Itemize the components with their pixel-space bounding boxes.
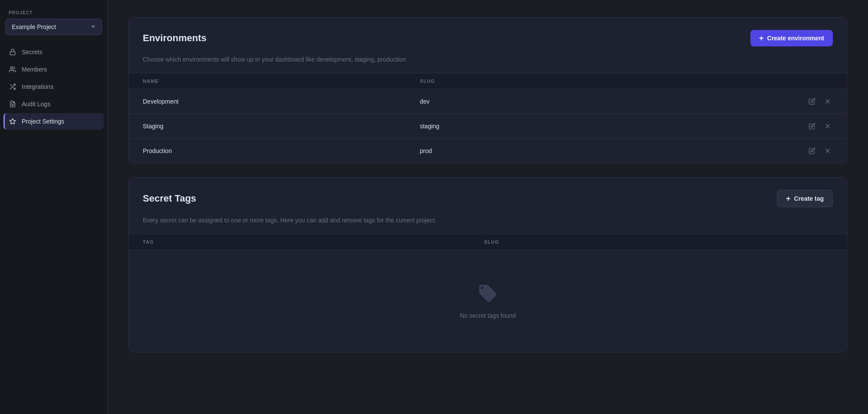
env-name: Staging bbox=[129, 114, 406, 139]
env-name: Development bbox=[129, 89, 406, 114]
project-label: PROJECT bbox=[0, 0, 107, 19]
empty-state: No secret tags found bbox=[143, 257, 833, 345]
table-row: Production prod bbox=[129, 139, 847, 163]
tags-col-tag: TAG bbox=[129, 234, 470, 250]
create-environment-button[interactable]: + Create environment bbox=[750, 30, 833, 46]
sidebar-item-project-settings[interactable]: Project Settings bbox=[3, 113, 104, 130]
env-slug: staging bbox=[406, 114, 612, 139]
secret-tags-table: TAG SLUG No secret tags found bbox=[129, 234, 847, 352]
create-environment-label: Create environment bbox=[767, 35, 824, 42]
sidebar-item-label: Secrets bbox=[22, 49, 42, 55]
secret-tags-description: Every secret can be assigned to one or m… bbox=[129, 216, 847, 234]
sidebar-item-label: Audit Logs bbox=[22, 101, 50, 108]
empty-text: No secret tags found bbox=[460, 312, 516, 319]
sidebar-item-audit-logs[interactable]: Audit Logs bbox=[3, 96, 104, 112]
env-actions bbox=[612, 114, 847, 139]
secret-tags-title: Secret Tags bbox=[143, 193, 196, 204]
env-slug: prod bbox=[406, 139, 612, 163]
secret-tags-header: Secret Tags + Create tag bbox=[129, 178, 847, 216]
audit-icon bbox=[9, 100, 16, 108]
sidebar-item-secrets[interactable]: Secrets bbox=[3, 44, 104, 60]
svg-line-4 bbox=[10, 85, 12, 86]
svg-point-1 bbox=[10, 67, 13, 69]
svg-marker-7 bbox=[10, 118, 15, 124]
edit-button[interactable] bbox=[807, 146, 817, 156]
secret-tags-section: Secret Tags + Create tag Every secret ca… bbox=[128, 177, 847, 352]
sidebar-item-members[interactable]: Members bbox=[3, 61, 104, 78]
environments-col-name: NAME bbox=[129, 73, 406, 89]
env-actions bbox=[612, 139, 847, 163]
create-tag-label: Create tag bbox=[794, 195, 824, 202]
environments-title: Environments bbox=[143, 33, 207, 44]
environments-col-slug: SLUG bbox=[406, 73, 612, 89]
plus-icon: + bbox=[759, 34, 764, 42]
edit-button[interactable] bbox=[807, 96, 817, 107]
table-row: Development dev bbox=[129, 89, 847, 114]
environments-section: Environments + Create environment Choose… bbox=[128, 17, 847, 163]
settings-icon bbox=[9, 117, 16, 125]
delete-button[interactable] bbox=[822, 121, 833, 131]
delete-button[interactable] bbox=[822, 146, 833, 156]
env-name: Production bbox=[129, 139, 406, 163]
lock-icon bbox=[9, 48, 16, 56]
sidebar: PROJECT Example Project Secrets bbox=[0, 0, 108, 414]
delete-button[interactable] bbox=[822, 96, 833, 107]
svg-rect-0 bbox=[10, 52, 15, 55]
env-slug: dev bbox=[406, 89, 612, 114]
table-row: Staging staging bbox=[129, 114, 847, 139]
sidebar-item-label: Members bbox=[22, 66, 47, 73]
integrations-icon bbox=[9, 83, 16, 91]
sidebar-nav: Secrets Members bbox=[0, 44, 107, 130]
project-name: Example Project bbox=[12, 23, 56, 30]
sidebar-item-label: Project Settings bbox=[22, 118, 64, 125]
environments-table: NAME SLUG Development dev bbox=[129, 73, 847, 163]
main-content: Environments + Create environment Choose… bbox=[108, 0, 868, 414]
members-icon bbox=[9, 65, 16, 73]
chevron-down-icon bbox=[91, 26, 95, 28]
edit-button[interactable] bbox=[807, 121, 817, 131]
env-actions bbox=[612, 89, 847, 114]
environments-col-actions bbox=[612, 73, 847, 89]
environments-description: Choose which environments will show up i… bbox=[129, 55, 847, 73]
project-selector[interactable]: Example Project bbox=[5, 19, 102, 35]
tags-col-slug: SLUG bbox=[470, 234, 847, 250]
sidebar-item-label: Integrations bbox=[22, 83, 53, 90]
environments-header: Environments + Create environment bbox=[129, 18, 847, 55]
plus-icon: + bbox=[786, 195, 791, 202]
create-tag-button[interactable]: + Create tag bbox=[777, 190, 833, 207]
sidebar-item-integrations[interactable]: Integrations bbox=[3, 78, 104, 95]
tag-icon bbox=[477, 283, 498, 305]
table-row: No secret tags found bbox=[129, 250, 847, 352]
